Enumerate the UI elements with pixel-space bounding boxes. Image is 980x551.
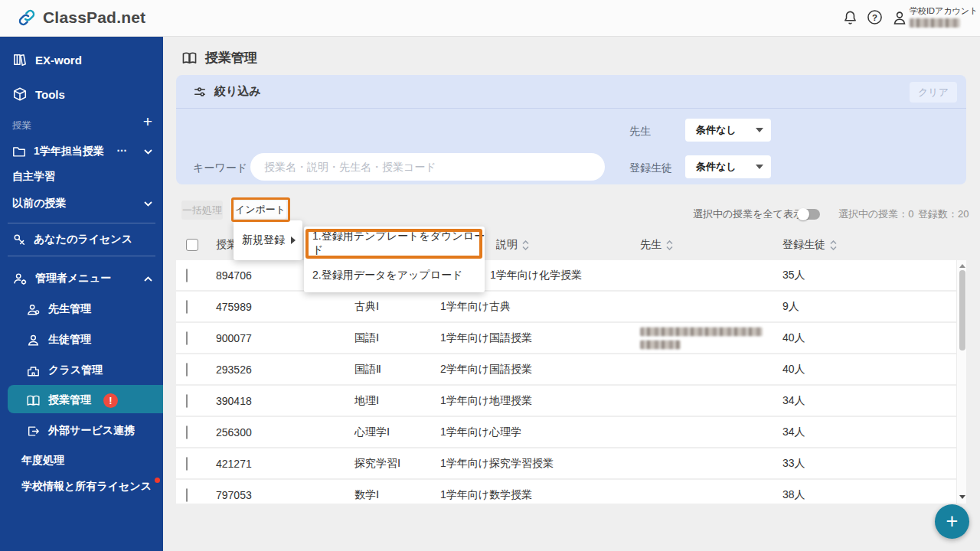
sidebar-item-lesson-mgmt[interactable]: 授業管理 !: [0, 390, 163, 411]
table-scrollbar[interactable]: [956, 260, 966, 504]
table-row[interactable]: 797053 数学Ⅰ 1学年向け数学授業 38人: [176, 480, 966, 504]
sidebar-item-year-processing[interactable]: 年度処理: [0, 450, 163, 471]
menu-item-download-template[interactable]: 1.登録用テンプレートをダウンロード: [304, 227, 485, 259]
teacher-filter-select[interactable]: 条件なし: [685, 119, 771, 142]
table-row[interactable]: 256300 心理学Ⅰ 1学年向け心理学 34人: [176, 417, 966, 447]
brand-name: ClassPad.net: [43, 8, 145, 27]
student-count: 33人: [782, 457, 805, 471]
tools-cube-icon: [12, 86, 28, 102]
sidebar-item-label: 管理者メニュー: [35, 272, 111, 285]
teacher-name-redacted: [640, 340, 681, 349]
sidebar-item-label: あなたのライセンス: [34, 233, 132, 246]
person-icon[interactable]: [891, 9, 908, 26]
column-header-students[interactable]: 登録生徒: [782, 238, 837, 252]
student-count: 34人: [782, 425, 805, 439]
sort-icon: [830, 240, 837, 250]
add-class-fab[interactable]: +: [935, 504, 969, 539]
student-count: 40人: [782, 363, 805, 377]
import-button[interactable]: インポート: [234, 201, 286, 219]
building-icon: [26, 364, 41, 377]
scroll-down-arrow-icon[interactable]: [959, 495, 965, 499]
sidebar-divider: [8, 223, 155, 223]
table-row[interactable]: 293526 国語Ⅱ 2学年向け国語授業 40人: [176, 354, 966, 384]
sidebar-item-grade1-classes[interactable]: 1学年担当授業 …: [0, 141, 163, 162]
sidebar-item-student-mgmt[interactable]: 生徒管理: [0, 329, 163, 350]
clear-filter-button[interactable]: クリア: [910, 82, 957, 103]
row-checkbox[interactable]: [186, 425, 188, 439]
column-label: 説明: [496, 238, 518, 252]
table-row[interactable]: 421271 探究学習Ⅰ 1学年向け探究学習授業 33人: [176, 448, 966, 478]
brand-logo[interactable]: ClassPad.net: [17, 8, 145, 28]
class-desc: 1学年向け国語授業: [440, 331, 532, 345]
row-checkbox[interactable]: [186, 457, 188, 471]
import-menu: 新規登録: [234, 220, 302, 260]
sidebar-item-admin-menu[interactable]: 管理者メニュー: [0, 268, 163, 289]
help-icon[interactable]: ?: [867, 9, 883, 25]
scroll-up-arrow-icon[interactable]: [959, 264, 965, 268]
teacher-icon: [26, 303, 41, 316]
sidebar-section-classes: 授業 +: [0, 115, 163, 136]
sidebar-item-teacher-mgmt[interactable]: 先生管理: [0, 298, 163, 320]
table-row[interactable]: 475989 古典Ⅰ 1学年向け古典 9人: [176, 292, 966, 321]
keyword-input[interactable]: [250, 153, 605, 181]
student-count: 38人: [782, 488, 805, 502]
sidebar-item-school-info[interactable]: 学校情報と所有ライセンス: [0, 476, 163, 497]
sidebar-item-your-license[interactable]: あなたのライセンス: [0, 229, 163, 250]
sidebar-item-previous-classes[interactable]: 以前の授業: [0, 193, 163, 214]
import-submenu: 1.登録用テンプレートをダウンロード 2.登録用データをアップロード: [304, 227, 485, 292]
sidebar-item-class-mgmt[interactable]: クラス管理: [0, 360, 163, 381]
chevron-down-icon[interactable]: [144, 201, 152, 207]
exword-icon: [12, 53, 28, 67]
table-row[interactable]: 900077 国語Ⅰ 1学年向け国語授業 40人: [176, 323, 966, 353]
scrollbar-thumb[interactable]: [959, 270, 965, 350]
table-row[interactable]: 390418 地理Ⅰ 1学年向け地理授業 34人: [176, 386, 966, 416]
student-count: 40人: [782, 331, 805, 345]
select-all-checkbox[interactable]: [186, 239, 198, 251]
menu-item-upload-data[interactable]: 2.登録用データをアップロード: [304, 259, 485, 292]
class-name: 国語Ⅱ: [354, 363, 381, 377]
class-name: 古典Ⅰ: [354, 300, 379, 314]
more-icon[interactable]: …: [116, 142, 128, 154]
bulk-action-button[interactable]: 一括処理: [181, 201, 223, 220]
key-icon: [12, 233, 26, 246]
class-code: 293526: [216, 364, 252, 376]
class-desc: 1学年向け数学授業: [440, 488, 532, 502]
section-label: 授業: [12, 119, 31, 132]
show-selected-toggle[interactable]: [799, 209, 820, 220]
caret-down-icon: [756, 165, 763, 169]
column-header-desc[interactable]: 説明: [496, 238, 529, 252]
row-checkbox[interactable]: [186, 394, 188, 408]
row-checkbox[interactable]: [186, 269, 188, 282]
sidebar-item-external-services[interactable]: 外部サービス連携: [0, 420, 163, 442]
sort-icon: [666, 240, 673, 250]
row-checkbox[interactable]: [186, 331, 188, 345]
sidebar-item-tools[interactable]: Tools: [0, 83, 163, 105]
caret-down-icon: [756, 128, 763, 132]
row-checkbox[interactable]: [186, 363, 188, 377]
class-desc: 1学年向け探究学習授業: [440, 457, 554, 471]
sidebar-item-self-study[interactable]: 自主学習: [0, 166, 163, 187]
sidebar-item-label: 生徒管理: [48, 333, 91, 347]
row-checkbox[interactable]: [186, 488, 188, 502]
sidebar-item-exword[interactable]: EX-word: [0, 49, 163, 70]
row-checkbox[interactable]: [186, 300, 188, 314]
chevron-down-icon[interactable]: [144, 149, 152, 155]
bell-icon[interactable]: [842, 9, 858, 27]
sidebar: EX-word Tools 授業 + 1学年担当授業 …: [0, 37, 163, 551]
students-filter-select[interactable]: 条件なし: [685, 155, 771, 178]
table-row[interactable]: 894706 1学年向け化学授業 35人: [176, 260, 966, 290]
class-desc: 1学年向け地理授業: [440, 394, 532, 408]
sidebar-item-label: 1学年担当授業: [34, 145, 104, 158]
registered-count: 登録数：20: [918, 207, 969, 221]
account-name-redacted: [910, 18, 960, 28]
teacher-filter-value: 条件なし: [696, 123, 737, 137]
class-code: 256300: [216, 426, 252, 439]
chevron-up-icon[interactable]: [144, 276, 152, 282]
menu-item-label: 2.登録用データをアップロード: [312, 269, 462, 282]
column-header-teacher[interactable]: 先生: [640, 238, 673, 252]
svg-text:?: ?: [872, 13, 877, 22]
admin-person-gear-icon: [12, 272, 28, 285]
add-class-icon[interactable]: +: [143, 112, 152, 131]
folder-icon: [12, 145, 26, 158]
sidebar-item-label: 年度処理: [21, 454, 64, 468]
